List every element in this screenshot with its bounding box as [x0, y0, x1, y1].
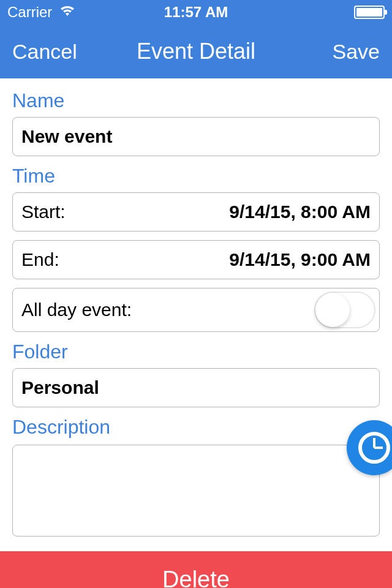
status-left: Carrier	[7, 4, 77, 21]
start-time-field[interactable]: Start: 9/14/15, 8:00 AM	[12, 192, 380, 232]
clock-icon	[358, 432, 390, 464]
delete-label: Delete	[162, 567, 230, 588]
end-value: 9/14/15, 9:00 AM	[229, 249, 371, 270]
page-title: Event Detail	[137, 39, 255, 64]
folder-field[interactable]: Personal	[12, 368, 380, 407]
toggle-knob	[315, 293, 350, 327]
time-section-label: Time	[12, 165, 380, 187]
all-day-label: All day event:	[21, 300, 132, 320]
description-field[interactable]	[12, 445, 380, 537]
start-label: Start:	[21, 202, 66, 222]
cancel-button[interactable]: Cancel	[12, 40, 77, 64]
name-section-label: Name	[12, 89, 380, 112]
delete-button[interactable]: Delete	[0, 551, 392, 588]
all-day-field: All day event:	[12, 288, 380, 332]
wifi-icon	[58, 4, 77, 21]
event-name-value: New event	[21, 126, 112, 147]
content-area: Name New event Time Start: 9/14/15, 8:00…	[0, 78, 392, 537]
carrier-label: Carrier	[7, 4, 52, 21]
navigation-bar: Cancel Event Detail Save	[0, 24, 392, 78]
start-value: 9/14/15, 8:00 AM	[229, 202, 371, 222]
end-label: End:	[21, 249, 59, 270]
all-day-toggle[interactable]	[314, 292, 375, 328]
battery-icon	[354, 6, 385, 19]
event-name-field[interactable]: New event	[12, 117, 380, 156]
status-right	[354, 6, 385, 19]
status-time: 11:57 AM	[164, 4, 228, 21]
save-button[interactable]: Save	[333, 40, 380, 64]
end-time-field[interactable]: End: 9/14/15, 9:00 AM	[12, 240, 380, 279]
status-bar: Carrier 11:57 AM	[0, 0, 392, 24]
folder-value: Personal	[21, 377, 99, 398]
folder-section-label: Folder	[12, 341, 380, 363]
description-section-label: Description	[12, 416, 380, 439]
